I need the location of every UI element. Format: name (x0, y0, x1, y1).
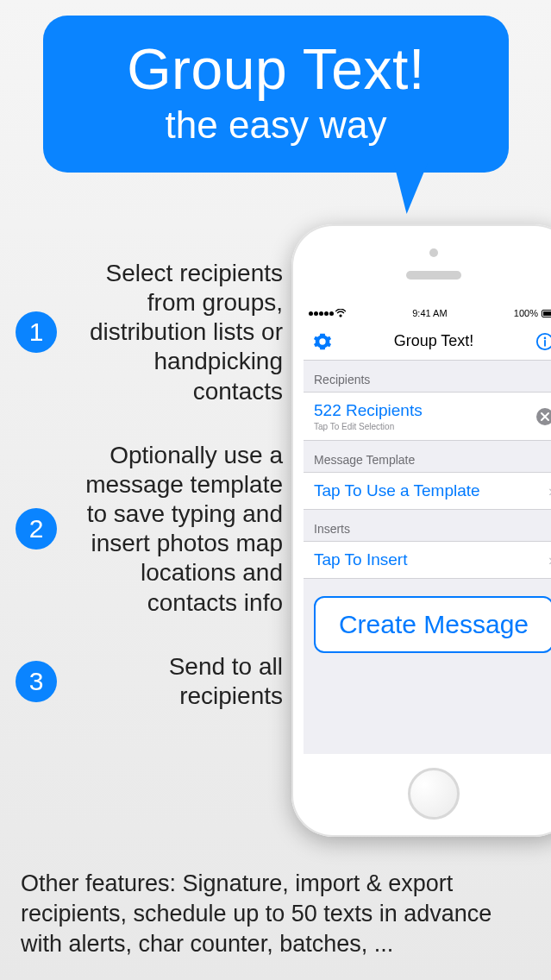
phone-screen: 9:41 AM 100% Group Text! (304, 304, 551, 754)
gear-icon (313, 332, 332, 351)
info-button[interactable] (535, 331, 551, 352)
svg-point-1 (537, 333, 551, 349)
inserts-title: Tap To Insert (314, 550, 407, 569)
step-1: 1 Select recipients from groups, distrib… (16, 259, 283, 406)
template-cell[interactable]: Tap To Use a Template › (304, 472, 551, 510)
bubble-subtitle: the easy way (69, 104, 483, 147)
signal-indicator (309, 309, 346, 317)
step-text: Select recipients from groups, distribut… (67, 259, 283, 406)
step-2: 2 Optionally use a message template to s… (16, 441, 283, 618)
svg-rect-3 (544, 340, 546, 346)
step-badge: 3 (16, 661, 57, 702)
create-message-button[interactable]: Create Message (314, 596, 551, 653)
recipients-header: Recipients (304, 361, 551, 392)
inserts-header: Inserts (304, 510, 551, 541)
battery-percent: 100% (514, 308, 538, 318)
step-badge: 1 (16, 311, 57, 353)
step-3: 3 Send to all recipients (16, 652, 283, 711)
svg-point-2 (544, 336, 547, 339)
step-text: Send to all recipients (67, 652, 283, 711)
template-header: Message Template (304, 441, 551, 472)
status-bar: 9:41 AM 100% (304, 304, 551, 323)
step-text: Optionally use a message template to sav… (67, 441, 283, 618)
info-icon (535, 332, 551, 351)
phone-camera (429, 248, 438, 257)
step-badge: 2 (16, 508, 57, 550)
footer-features-text: Other features: Signature, import & expo… (21, 869, 530, 959)
inserts-cell[interactable]: Tap To Insert › (304, 541, 551, 579)
close-icon (540, 411, 550, 422)
clear-recipients-button[interactable] (536, 408, 551, 425)
recipients-count: 522 Recipients (314, 401, 423, 420)
svg-point-0 (340, 315, 341, 317)
settings-button[interactable] (312, 331, 333, 352)
recipients-cell[interactable]: 522 Recipients Tap To Edit Selection (304, 392, 551, 441)
wifi-icon (335, 309, 346, 317)
template-title: Tap To Use a Template (314, 481, 480, 500)
bubble-title: Group Text! (69, 36, 483, 102)
navigation-bar: Group Text! (304, 323, 551, 361)
steps-list: 1 Select recipients from groups, distrib… (16, 259, 283, 745)
promo-speech-bubble: Group Text! the easy way (43, 16, 509, 173)
phone-mockup: 9:41 AM 100% Group Text! (291, 224, 551, 837)
statusbar-time: 9:41 AM (412, 308, 447, 318)
nav-title: Group Text! (394, 332, 474, 350)
phone-speaker (406, 271, 461, 280)
recipients-hint: Tap To Edit Selection (314, 422, 423, 431)
battery-icon (542, 310, 551, 317)
home-button[interactable] (408, 768, 460, 820)
